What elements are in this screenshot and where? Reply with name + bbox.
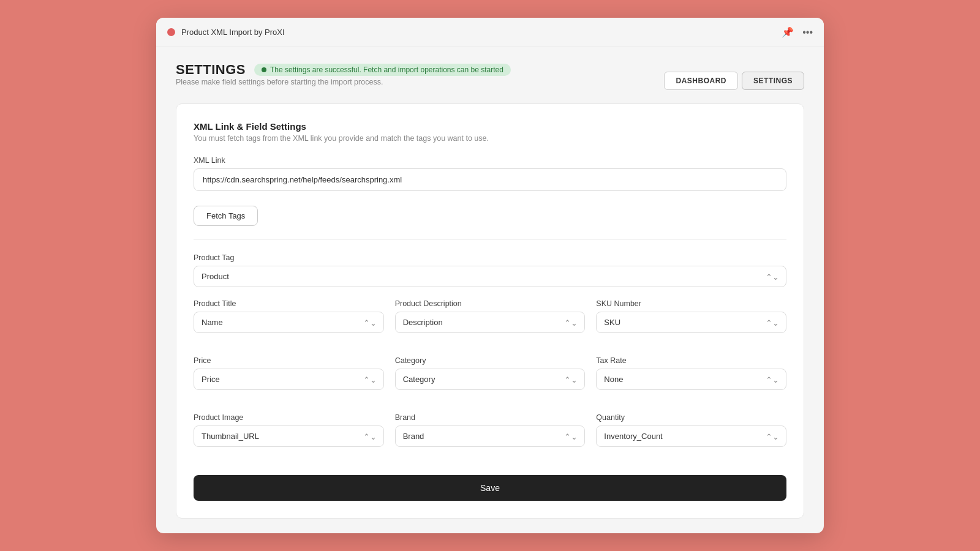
product-title-label: Product Title	[194, 299, 384, 308]
price-select[interactable]: Price	[194, 369, 384, 390]
product-image-group: Product Image Thumbnail_URL ⌃⌄	[194, 413, 384, 447]
sku-number-label: SKU Number	[596, 299, 786, 308]
status-dot-icon	[262, 67, 266, 72]
status-text: The settings are successful. Fetch and i…	[270, 66, 503, 74]
app-window: Product XML Import by ProXI 📌 ••• SETTIN…	[156, 18, 824, 533]
sku-number-select-wrapper: SKU ⌃⌄	[596, 312, 786, 333]
tax-rate-select-wrapper: None ⌃⌄	[596, 369, 786, 390]
product-tag-group: Product Tag Product ⌃⌄	[194, 253, 786, 287]
main-content: SETTINGS The settings are successful. Fe…	[156, 47, 824, 533]
card-subtitle: You must fetch tags from the XML link yo…	[194, 134, 786, 143]
divider-1	[194, 239, 786, 240]
row-2: Price Price ⌃⌄ Category Category ⌃⌄	[194, 356, 786, 402]
settings-card: XML Link & Field Settings You must fetch…	[176, 103, 804, 519]
xml-link-input[interactable]	[194, 168, 786, 191]
row-3: Product Image Thumbnail_URL ⌃⌄ Brand Bra…	[194, 413, 786, 459]
product-description-group: Product Description Description ⌃⌄	[395, 299, 586, 333]
product-title-select[interactable]: Name	[194, 312, 384, 333]
product-title-group: Product Title Name ⌃⌄	[194, 299, 384, 333]
row-1: Product Title Name ⌃⌄ Product Descriptio…	[194, 299, 786, 345]
product-tag-select-wrapper: Product ⌃⌄	[194, 266, 786, 287]
category-select[interactable]: Category	[395, 369, 586, 390]
quantity-label: Quantity	[596, 413, 786, 422]
pin-icon[interactable]: 📌	[782, 26, 794, 38]
nav-buttons: DASHBOARD SETTINGS	[664, 72, 804, 90]
price-label: Price	[194, 356, 384, 365]
xml-link-label: XML Link	[194, 156, 786, 165]
settings-subtitle: Please make field settings before starti…	[176, 78, 511, 86]
product-description-select-wrapper: Description ⌃⌄	[395, 312, 586, 333]
product-image-select-wrapper: Thumbnail_URL ⌃⌄	[194, 425, 384, 447]
traffic-light-icon[interactable]	[167, 28, 175, 36]
category-select-wrapper: Category ⌃⌄	[395, 369, 586, 390]
product-description-label: Product Description	[395, 299, 586, 308]
title-bar: Product XML Import by ProXI 📌 •••	[156, 18, 824, 47]
title-bar-right: 📌 •••	[782, 26, 813, 38]
price-group: Price Price ⌃⌄	[194, 356, 384, 390]
status-badge: The settings are successful. Fetch and i…	[254, 64, 511, 76]
product-image-label: Product Image	[194, 413, 384, 422]
settings-title: SETTINGS	[176, 62, 246, 78]
product-tag-label: Product Tag	[194, 253, 786, 262]
quantity-select-wrapper: Inventory_Count ⌃⌄	[596, 425, 786, 447]
category-label: Category	[395, 356, 586, 365]
more-options-icon[interactable]: •••	[802, 27, 813, 38]
product-title-select-wrapper: Name ⌃⌄	[194, 312, 384, 333]
tax-rate-group: Tax Rate None ⌃⌄	[596, 356, 786, 390]
quantity-select[interactable]: Inventory_Count	[596, 425, 786, 447]
price-select-wrapper: Price ⌃⌄	[194, 369, 384, 390]
brand-group: Brand Brand ⌃⌄	[395, 413, 586, 447]
product-tag-select[interactable]: Product	[194, 266, 786, 287]
tax-rate-label: Tax Rate	[596, 356, 786, 365]
xml-link-group: XML Link	[194, 156, 786, 191]
tax-rate-select[interactable]: None	[596, 369, 786, 390]
settings-header: SETTINGS The settings are successful. Fe…	[176, 62, 804, 100]
dashboard-button[interactable]: DASHBOARD	[664, 72, 738, 90]
product-description-select[interactable]: Description	[395, 312, 586, 333]
card-title: XML Link & Field Settings	[194, 121, 786, 132]
sku-number-group: SKU Number SKU ⌃⌄	[596, 299, 786, 333]
window-title: Product XML Import by ProXI	[181, 28, 285, 37]
quantity-group: Quantity Inventory_Count ⌃⌄	[596, 413, 786, 447]
settings-title-row: SETTINGS The settings are successful. Fe…	[176, 62, 511, 78]
settings-button[interactable]: SETTINGS	[742, 72, 804, 90]
category-group: Category Category ⌃⌄	[395, 356, 586, 390]
sku-number-select[interactable]: SKU	[596, 312, 786, 333]
product-image-select[interactable]: Thumbnail_URL	[194, 425, 384, 447]
brand-label: Brand	[395, 413, 586, 422]
brand-select-wrapper: Brand ⌃⌄	[395, 425, 586, 447]
fetch-tags-button[interactable]: Fetch Tags	[194, 206, 258, 226]
save-button[interactable]: Save	[194, 475, 786, 501]
title-bar-left: Product XML Import by ProXI	[167, 28, 285, 37]
brand-select[interactable]: Brand	[395, 425, 586, 447]
settings-left: SETTINGS The settings are successful. Fe…	[176, 62, 511, 100]
